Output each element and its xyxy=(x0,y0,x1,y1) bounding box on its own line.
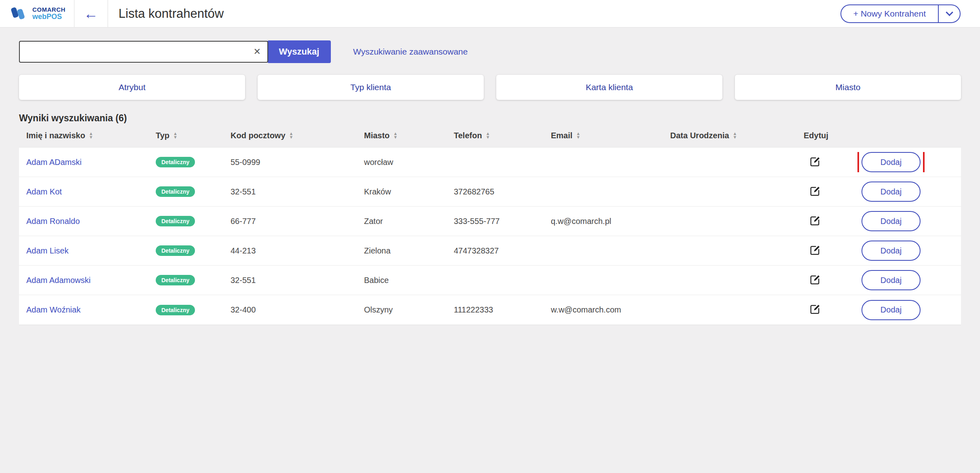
column-header-birth-date[interactable]: Data Urodzenia ▲▼ xyxy=(663,131,796,140)
column-header-email[interactable]: Email ▲▼ xyxy=(544,131,663,140)
page-title: Lista kontrahentów xyxy=(119,6,224,21)
filter-attribute-button[interactable]: Atrybut xyxy=(19,75,245,100)
edit-button[interactable] xyxy=(809,155,821,169)
cell-edit xyxy=(796,273,851,287)
cell-email: q.w@comarch.pl xyxy=(544,217,663,226)
add-button[interactable]: Dodaj xyxy=(861,300,921,320)
cell-postal-code: 44-213 xyxy=(223,246,357,256)
cell-postal-code: 55-0999 xyxy=(223,158,357,167)
chevron-down-icon xyxy=(946,8,953,16)
cell-action: Dodaj xyxy=(851,211,961,231)
top-bar: COMARCH webPOS ← Lista kontrahentów + No… xyxy=(0,0,980,27)
table-header: Imię i nazwisko ▲▼ Typ ▲▼ Kod pocztowy ▲… xyxy=(19,124,961,147)
edit-button[interactable] xyxy=(809,273,821,287)
contractor-name-link[interactable]: Adam Ronaldo xyxy=(26,217,80,226)
cell-action: Dodaj xyxy=(851,241,961,261)
add-button[interactable]: Dodaj xyxy=(861,241,921,261)
main-content: ✕ Wyszukaj Wyszukiwanie zaawansowane Atr… xyxy=(0,27,980,325)
column-header-phone[interactable]: Telefon ▲▼ xyxy=(447,131,544,140)
cell-postal-code: 32-400 xyxy=(223,305,357,315)
edit-button[interactable] xyxy=(809,244,821,258)
search-row: ✕ Wyszukaj Wyszukiwanie zaawansowane xyxy=(19,40,961,63)
edit-icon xyxy=(809,185,821,199)
clear-search-icon[interactable]: ✕ xyxy=(254,46,261,57)
filter-client-card-button[interactable]: Karta klienta xyxy=(496,75,722,100)
new-contractor-button[interactable]: + Nowy Kontrahent xyxy=(841,5,938,22)
cell-postal-code: 32-551 xyxy=(223,276,357,285)
column-header-postal-code[interactable]: Kod pocztowy ▲▼ xyxy=(223,131,357,140)
cell-city: Kraków xyxy=(357,187,447,196)
cell-postal-code: 32-551 xyxy=(223,187,357,196)
sort-icon: ▲▼ xyxy=(89,132,93,139)
add-button[interactable]: Dodaj xyxy=(861,270,921,290)
cell-postal-code: 66-777 xyxy=(223,217,357,226)
back-arrow-icon: ← xyxy=(84,6,98,21)
sort-icon: ▲▼ xyxy=(486,132,490,139)
contractor-name-link[interactable]: Adam Kot xyxy=(26,187,62,196)
comarch-logo-icon xyxy=(9,4,28,24)
row-action-cell: Dodaj xyxy=(861,300,921,320)
cell-city: Zielona xyxy=(357,246,447,256)
sort-icon: ▲▼ xyxy=(393,132,398,139)
cell-phone: 333-555-777 xyxy=(447,217,544,226)
new-contractor-dropdown-button[interactable] xyxy=(939,5,960,22)
edit-icon xyxy=(809,155,821,169)
filter-city-button[interactable]: Miasto xyxy=(735,75,961,100)
brand-line1: COMARCH xyxy=(32,6,66,13)
brand-line2: webPOS xyxy=(32,13,66,21)
contractor-name-link[interactable]: Adam ADamski xyxy=(26,158,82,167)
cell-phone: 4747328327 xyxy=(447,246,544,256)
contractor-name-link[interactable]: Adam Adamowski xyxy=(26,276,91,285)
row-action-cell: Dodaj xyxy=(861,241,921,261)
edit-button[interactable] xyxy=(809,214,821,228)
column-header-edit: Edytuj xyxy=(796,131,851,140)
search-button[interactable]: Wyszukaj xyxy=(267,40,331,63)
add-button[interactable]: Dodaj xyxy=(861,152,921,172)
cell-type: Detaliczny xyxy=(148,157,223,167)
cell-type: Detaliczny xyxy=(148,216,223,226)
edit-button[interactable] xyxy=(809,185,821,199)
column-header-city[interactable]: Miasto ▲▼ xyxy=(357,131,447,140)
cell-name: Adam Lisek xyxy=(19,246,148,256)
cell-edit xyxy=(796,303,851,317)
cell-type: Detaliczny xyxy=(148,186,223,197)
cell-action: Dodaj xyxy=(851,182,961,202)
cell-action: Dodaj xyxy=(851,300,961,320)
sort-icon: ▲▼ xyxy=(733,132,737,139)
cell-email: w.w@comarch.com xyxy=(544,305,663,315)
cell-action: Dodaj xyxy=(851,152,961,172)
cell-type: Detaliczny xyxy=(148,275,223,285)
sort-icon: ▲▼ xyxy=(576,132,580,139)
cell-action: Dodaj xyxy=(851,270,961,290)
cell-edit xyxy=(796,185,851,199)
advanced-search-link[interactable]: Wyszukiwanie zaawansowane xyxy=(353,47,468,57)
sort-icon: ▲▼ xyxy=(289,132,294,139)
type-badge: Detaliczny xyxy=(156,216,195,226)
new-contractor-split-button: + Nowy Kontrahent xyxy=(840,4,961,23)
results-heading: Wyniki wyszukiwania (6) xyxy=(19,113,961,124)
cell-name: Adam Ronaldo xyxy=(19,217,148,226)
cell-phone: 372682765 xyxy=(447,187,544,196)
search-input[interactable] xyxy=(19,41,268,63)
add-button[interactable]: Dodaj xyxy=(861,211,921,231)
cell-name: Adam ADamski xyxy=(19,158,148,167)
edit-button[interactable] xyxy=(809,303,821,317)
cell-name: Adam Woźniak xyxy=(19,305,148,315)
cell-edit xyxy=(796,155,851,169)
contractor-name-link[interactable]: Adam Woźniak xyxy=(26,305,80,314)
edit-icon xyxy=(809,273,821,287)
cell-edit xyxy=(796,244,851,258)
sort-icon: ▲▼ xyxy=(173,132,178,139)
column-header-type[interactable]: Typ ▲▼ xyxy=(148,131,223,140)
cell-city: Zator xyxy=(357,217,447,226)
type-badge: Detaliczny xyxy=(156,157,195,167)
back-button[interactable]: ← xyxy=(74,0,108,27)
column-header-name[interactable]: Imię i nazwisko ▲▼ xyxy=(19,131,148,140)
table-row: Adam Lisek Detaliczny 44-213 Zielona 474… xyxy=(19,236,961,266)
contractor-name-link[interactable]: Adam Lisek xyxy=(26,246,69,255)
add-button[interactable]: Dodaj xyxy=(861,182,921,202)
row-action-cell: Dodaj xyxy=(861,152,921,172)
edit-icon xyxy=(809,214,821,228)
filter-client-type-button[interactable]: Typ klienta xyxy=(258,75,484,100)
edit-icon xyxy=(809,244,821,258)
